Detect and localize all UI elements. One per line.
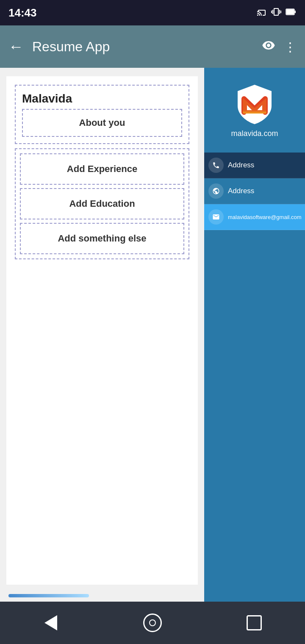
- eye-icon[interactable]: [262, 39, 275, 55]
- contact-row-email: malavidasoftware@gmail.com: [204, 204, 305, 230]
- nav-back-button[interactable]: [38, 610, 64, 636]
- email-address-label: malavidasoftware@gmail.com: [228, 214, 302, 220]
- contact-row-phone: Address: [204, 153, 305, 178]
- svg-rect-3: [243, 110, 266, 114]
- home-inner-icon: [149, 619, 156, 626]
- action-section: Add Experience Add Education Add somethi…: [15, 148, 189, 259]
- status-time: 14:43: [8, 6, 37, 19]
- svg-rect-2: [286, 9, 294, 14]
- malavida-logo: [233, 83, 276, 125]
- about-you-button[interactable]: About you: [22, 109, 182, 137]
- add-experience-button[interactable]: Add Experience: [20, 153, 184, 185]
- back-triangle-icon: [44, 615, 57, 630]
- vibrate-icon: [271, 7, 281, 19]
- bottom-nav: [0, 602, 305, 644]
- add-something-else-button[interactable]: Add something else: [20, 223, 184, 254]
- resume-page: Malavida About you Add Experience Add Ed…: [6, 76, 198, 585]
- resume-header: Malavida About you: [15, 85, 189, 144]
- recent-square-icon: [247, 615, 262, 630]
- status-bar: 14:43: [0, 0, 305, 25]
- app-bar-actions: ⋮: [262, 39, 297, 55]
- more-options-icon[interactable]: ⋮: [284, 39, 297, 54]
- logo-domain: malavida.com: [231, 129, 278, 138]
- web-address-label: Address: [228, 187, 254, 195]
- email-icon: [208, 209, 224, 225]
- status-icons: [257, 7, 297, 19]
- app-title: Resume App: [32, 39, 253, 55]
- nav-recent-button[interactable]: [241, 610, 267, 636]
- back-button[interactable]: ←: [8, 38, 24, 56]
- svg-rect-1: [294, 11, 296, 13]
- left-panel: Malavida About you Add Experience Add Ed…: [0, 68, 204, 610]
- cast-icon: [257, 7, 267, 19]
- battery-icon: [286, 7, 297, 19]
- contact-row-web: Address: [204, 178, 305, 204]
- phone-icon: [208, 158, 224, 173]
- nav-home-button[interactable]: [140, 610, 165, 636]
- main-content: Malavida About you Add Experience Add Ed…: [0, 68, 305, 610]
- progress-bar: [8, 594, 89, 597]
- home-circle-icon: [143, 613, 162, 632]
- logo-area: malavida.com: [204, 68, 305, 153]
- app-bar: ← Resume App ⋮: [0, 25, 305, 68]
- phone-address-label: Address: [228, 161, 254, 169]
- resume-name: Malavida: [22, 92, 182, 105]
- contact-area: Address Address malavidasoftware@g: [204, 153, 305, 610]
- add-education-button[interactable]: Add Education: [20, 188, 184, 219]
- web-icon: [208, 183, 224, 199]
- right-panel: malavida.com Address Addr: [204, 68, 305, 610]
